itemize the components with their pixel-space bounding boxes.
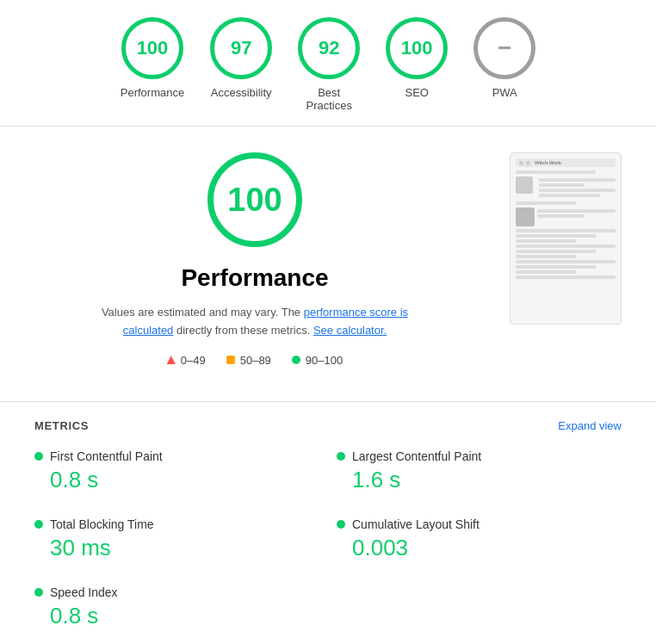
- thumb-dot-1: [519, 161, 523, 165]
- thumb-content: [516, 170, 616, 279]
- score-value-seo: 100: [401, 37, 433, 59]
- green-circle-icon: [292, 356, 300, 364]
- thumb-line-14: [516, 255, 576, 258]
- score-value-accessibility: 97: [231, 37, 251, 59]
- thumb-line-5: [539, 194, 600, 197]
- score-circle-seo: 100: [386, 17, 448, 79]
- score-item-performance[interactable]: 100 Performance: [121, 17, 184, 99]
- thumb-dot-2: [526, 161, 530, 165]
- thumb-line-15: [516, 260, 616, 263]
- score-circle-performance: 100: [121, 17, 183, 79]
- metric-label-row-cls: Cumulative Layout Shift: [337, 517, 622, 531]
- description-text-2: directly from these metrics.: [173, 324, 313, 337]
- thumb-line-4: [539, 189, 616, 192]
- range-orange-label: 50–89: [240, 354, 271, 367]
- thumb-avatar: [516, 176, 533, 194]
- metric-dot-cls: [337, 520, 345, 529]
- metric-value-tbt: 30 ms: [34, 535, 319, 561]
- score-circle-pwa: −: [473, 17, 535, 79]
- metric-label-lcp: Largest Contentful Paint: [352, 449, 481, 463]
- big-score-circle: 100: [207, 152, 302, 247]
- score-value-best-practices: 92: [319, 37, 339, 59]
- performance-description: Values are estimated and may vary. The p…: [91, 304, 418, 340]
- scores-bar: 100 Performance 97 Accessibility 92 Best…: [0, 0, 656, 127]
- metric-value-si: 0.8 s: [34, 603, 319, 629]
- metric-value-lcp: 1.6 s: [337, 467, 622, 493]
- metric-label-si: Speed Index: [50, 585, 118, 599]
- performance-header: 100 Performance Values are estimated and…: [34, 152, 622, 367]
- score-item-pwa[interactable]: − PWA: [473, 17, 535, 99]
- thumb-top-bar: Witch-Work: [516, 158, 616, 167]
- main-section: 100 Performance Values are estimated and…: [0, 127, 656, 384]
- thumb-line-10: [516, 234, 596, 238]
- metric-dot-si: [34, 588, 43, 597]
- see-calculator-link[interactable]: See calculator.: [313, 324, 387, 337]
- thumb-line-13: [516, 250, 596, 253]
- thumb-line-18: [516, 276, 616, 279]
- metric-label-cls: Cumulative Layout Shift: [352, 517, 480, 531]
- orange-square-icon: [226, 356, 235, 364]
- thumb-line-2: [539, 178, 616, 182]
- metric-label-row-lcp: Largest Contentful Paint: [337, 449, 622, 463]
- big-score-value: 100: [227, 182, 282, 219]
- metric-label-row-fcp: First Contentful Paint: [34, 449, 319, 463]
- range-green: 90–100: [292, 354, 343, 367]
- thumb-line-3: [539, 183, 585, 187]
- metric-label-fcp: First Contentful Paint: [50, 449, 163, 463]
- screenshot-thumbnail: Witch-Work: [510, 152, 622, 325]
- metric-value-fcp: 0.8 s: [34, 467, 319, 493]
- range-red-label: 0–49: [181, 354, 206, 367]
- range-green-label: 90–100: [306, 354, 343, 367]
- pwa-minus-icon: −: [498, 34, 511, 62]
- range-orange: 50–89: [226, 354, 271, 367]
- performance-left: 100 Performance Values are estimated and…: [34, 152, 475, 367]
- metrics-grid: First Contentful Paint 0.8 s Largest Con…: [34, 449, 622, 629]
- thumb-line-17: [516, 270, 576, 274]
- metrics-title: METRICS: [34, 419, 89, 432]
- thumb-img: [516, 207, 535, 226]
- score-label-accessibility: Accessibility: [211, 86, 272, 99]
- metric-label-row-tbt: Total Blocking Time: [34, 517, 319, 531]
- score-circle-accessibility: 97: [210, 17, 272, 79]
- thumb-line-6: [516, 201, 576, 205]
- metric-item-si: Speed Index 0.8 s: [34, 585, 319, 629]
- thumb-line-9: [516, 229, 616, 232]
- score-item-accessibility[interactable]: 97 Accessibility: [210, 17, 272, 99]
- metric-item-cls: Cumulative Layout Shift 0.003: [337, 517, 622, 561]
- score-label-pwa: PWA: [492, 86, 517, 99]
- score-ranges: 0–49 50–89 90–100: [167, 354, 343, 367]
- metric-item-fcp: First Contentful Paint 0.8 s: [34, 449, 319, 493]
- description-text-1: Values are estimated and may vary. The: [102, 306, 304, 319]
- score-circle-best-practices: 92: [298, 17, 360, 79]
- metric-value-cls: 0.003: [337, 535, 622, 561]
- thumb-line-8: [537, 214, 585, 218]
- score-label-seo: SEO: [405, 86, 428, 99]
- metric-item-lcp: Largest Contentful Paint 1.6 s: [337, 449, 622, 493]
- metrics-section: METRICS Expand view First Contentful Pai…: [0, 419, 656, 644]
- thumb-line-1: [516, 170, 596, 174]
- metric-dot-tbt: [34, 520, 43, 529]
- performance-title: Performance: [181, 264, 328, 292]
- score-label-performance: Performance: [121, 86, 184, 99]
- metric-dot-fcp: [34, 452, 43, 461]
- score-item-seo[interactable]: 100 SEO: [386, 17, 448, 99]
- metrics-header: METRICS Expand view: [34, 419, 622, 432]
- expand-view-button[interactable]: Expand view: [558, 419, 622, 432]
- thumb-line-16: [516, 265, 596, 269]
- red-triangle-icon: [167, 356, 176, 364]
- range-red: 0–49: [167, 354, 206, 367]
- thumb-url-text: Witch-Work: [535, 160, 561, 165]
- divider-1: [0, 401, 656, 402]
- metric-label-row-si: Speed Index: [34, 585, 319, 599]
- thumb-line-11: [516, 239, 576, 243]
- thumb-line-7: [537, 209, 616, 213]
- thumb-line-12: [516, 245, 616, 248]
- metric-item-tbt: Total Blocking Time 30 ms: [34, 517, 319, 561]
- metric-dot-lcp: [337, 452, 345, 461]
- score-item-best-practices[interactable]: 92 BestPractices: [298, 17, 360, 112]
- score-label-best-practices: BestPractices: [306, 86, 351, 112]
- score-value-performance: 100: [137, 37, 169, 59]
- metric-label-tbt: Total Blocking Time: [50, 517, 154, 531]
